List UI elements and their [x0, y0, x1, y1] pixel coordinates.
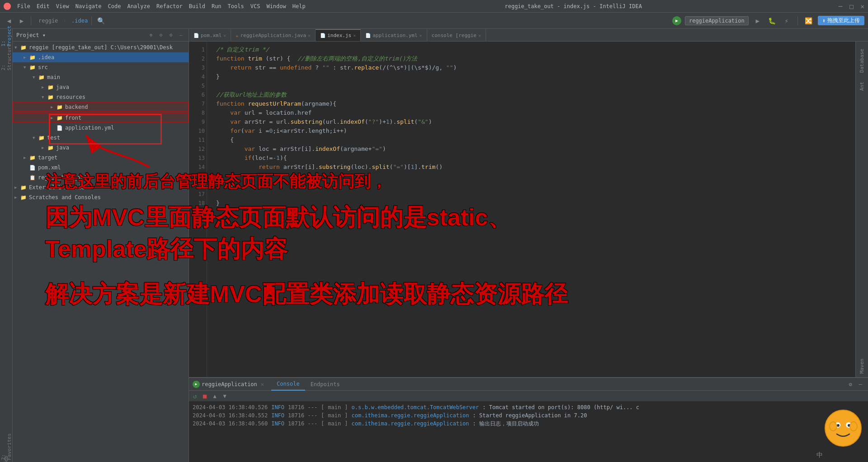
tab-pom-close[interactable]: ✕: [223, 33, 226, 38]
menu-refactor[interactable]: Refactor: [154, 2, 185, 10]
restart-button[interactable]: ↺: [191, 392, 199, 400]
tree-item-resources[interactable]: ▼ 📁 resources: [13, 92, 189, 102]
log-level-1: INFO: [271, 403, 284, 411]
folder-backend-icon: 📁: [56, 103, 63, 111]
menu-run[interactable]: Run: [209, 2, 224, 10]
stop-button[interactable]: ■: [201, 392, 209, 400]
minimize-panel-button[interactable]: —: [856, 380, 864, 388]
run-button[interactable]: ▶: [752, 15, 763, 26]
tab-reggieapp-close[interactable]: ✕: [308, 33, 311, 38]
web-sidebar-icon[interactable]: Web: [2, 455, 10, 462]
tree-item-main[interactable]: ▼ 📁 main: [13, 72, 189, 82]
tab-indexjs[interactable]: 📄 index.js ✕: [316, 29, 361, 41]
tree-item-reggie[interactable]: ▼ 📁 reggie [reggie_take_out] C:\Users\29…: [13, 42, 189, 52]
project-panel-title: Project ▾: [16, 32, 145, 38]
run-config-area: ▶ reggieApplication ▶ 🐛 ⚡ 🔀 ⬆ 拖拽至此上传: [672, 15, 864, 26]
menu-code[interactable]: Code: [105, 2, 124, 10]
run-tab-close[interactable]: ✕: [261, 381, 264, 387]
tab-console-close[interactable]: ✕: [478, 33, 481, 38]
app-logo: [4, 3, 11, 10]
breadcrumb-idea[interactable]: .idea: [71, 18, 88, 24]
ant-panel-label[interactable]: Ant: [857, 78, 867, 94]
tree-item-target[interactable]: ▶ 📁 target: [13, 153, 189, 163]
tree-label-backend: backend: [65, 104, 88, 110]
favorites-sidebar-icon[interactable]: 2: Favorites: [0, 441, 13, 452]
code-line-4: }: [216, 72, 850, 81]
debug-button[interactable]: 🐛: [767, 15, 778, 26]
tree-arrow-src: ▼: [24, 65, 29, 70]
tree-item-java[interactable]: ▶ 📁 java: [13, 82, 189, 92]
tab-appyml-close[interactable]: ✕: [420, 33, 422, 38]
tree-item-test[interactable]: ▼ 📁 test: [13, 133, 189, 143]
tree-item-reggietakeout[interactable]: ▶ 📋 reggie_take_out: [13, 173, 189, 182]
tree-item-front[interactable]: ▶ 📁 front: [13, 113, 189, 123]
tree-item-extlibs[interactable]: ▶ 📁 External Libraries: [13, 182, 189, 192]
menu-edit[interactable]: Edit: [34, 2, 52, 10]
tree-label-front: front: [65, 115, 81, 121]
tree-label-resources: resources: [56, 94, 85, 100]
log-thread-1: main: [328, 403, 341, 411]
search-everywhere-button[interactable]: 🔍: [95, 15, 106, 26]
git-button[interactable]: 🔀: [803, 15, 814, 26]
tree-item-pomxml[interactable]: ▶ 📄 pom.xml: [13, 163, 189, 173]
menu-window[interactable]: Window: [264, 2, 288, 10]
panel-settings-button[interactable]: ⚙: [167, 31, 175, 39]
folder-idea-icon: 📁: [29, 54, 36, 61]
menu-analyze[interactable]: Analyze: [124, 2, 153, 10]
tab-reggieapp[interactable]: ☕ reggieApplication.java ✕: [231, 29, 316, 41]
structure-sidebar-icon[interactable]: 2: Structure: [0, 51, 13, 62]
tree-item-scratches[interactable]: ▶ 📁 Scratches and Consoles: [13, 192, 189, 202]
coverage-button[interactable]: ⚡: [781, 15, 792, 26]
tab-pom[interactable]: 📄 pom.xml ✕: [189, 29, 231, 41]
close-button[interactable]: ✕: [861, 3, 864, 10]
tab-indexjs-label: index.js: [327, 33, 351, 38]
tree-item-backend[interactable]: ▶ 📁 backend: [13, 102, 189, 112]
back-button[interactable]: ◀: [4, 15, 14, 26]
console-output[interactable]: 2024-04-03 16:38:40.526 INFO 18716 --- […: [189, 401, 868, 462]
file-pom-icon: 📄: [29, 164, 36, 171]
scroll-up-button[interactable]: ▲: [211, 392, 219, 400]
tab-indexjs-close[interactable]: ✕: [353, 33, 356, 38]
panel-collapse-button[interactable]: —: [177, 31, 185, 39]
endpoints-tab[interactable]: Endpoints: [305, 378, 345, 391]
run-indicator: ▶: [193, 381, 200, 388]
panel-add-button[interactable]: ⊕: [147, 31, 155, 39]
file-appyml-icon: 📄: [56, 124, 63, 131]
folder-extlibs-icon: 📁: [20, 184, 27, 191]
log-class-3: com.itheima.reggie.reggieApplication: [351, 420, 469, 428]
menu-file[interactable]: File: [14, 2, 33, 10]
code-editor: 12345 678910 1112131415 161718 /* 自定义tri…: [189, 42, 868, 377]
tree-item-idea[interactable]: ▶ 📁 .idea: [13, 52, 189, 62]
maven-panel-label[interactable]: Maven: [857, 355, 867, 377]
project-sidebar-icon[interactable]: 1: Project: [0, 31, 13, 42]
code-line-7: function requestUrlParam(argname){: [216, 99, 850, 108]
tree-item-testjava[interactable]: ▶ 📁 java: [13, 143, 189, 153]
breadcrumb-reggie[interactable]: reggie: [38, 18, 58, 24]
menu-bar: File Edit View Navigate Code Analyze Ref…: [14, 2, 308, 10]
menu-tools[interactable]: Tools: [225, 2, 247, 10]
tree-item-appyml[interactable]: ▶ 📄 application.yml: [13, 123, 189, 133]
tab-reggieapp-label: reggieApplication.java: [240, 33, 306, 38]
menu-vcs[interactable]: VCS: [248, 2, 263, 10]
maximize-button[interactable]: □: [849, 3, 853, 10]
forward-button[interactable]: ▶: [16, 15, 27, 26]
run-icon: ▶: [672, 16, 681, 25]
run-config-select[interactable]: reggieApplication: [685, 16, 749, 25]
menu-view[interactable]: View: [53, 2, 72, 10]
gutter-fold: [207, 42, 211, 377]
minimize-button[interactable]: ─: [839, 3, 842, 10]
upload-button[interactable]: ⬆ 拖拽至此上传: [818, 16, 864, 25]
tree-item-src[interactable]: ▼ 📁 src: [13, 62, 189, 72]
panel-locate-button[interactable]: ⊙: [157, 31, 165, 39]
console-tab[interactable]: Console: [271, 378, 305, 391]
tab-appyml[interactable]: 📄 application.yml ✕: [361, 29, 427, 41]
menu-help[interactable]: Help: [290, 2, 308, 10]
database-panel-label[interactable]: Database: [857, 45, 867, 76]
code-content[interactable]: /* 自定义trim */ function trim (str) { //删除…: [211, 42, 855, 377]
tab-console[interactable]: console [reggie ✕: [427, 29, 486, 41]
menu-build[interactable]: Build: [186, 2, 208, 10]
menu-navigate[interactable]: Navigate: [73, 2, 104, 10]
settings-small-button[interactable]: ⚙: [846, 380, 854, 388]
log-bracket-1: [: [321, 403, 324, 411]
scroll-down-button[interactable]: ▼: [221, 392, 229, 400]
